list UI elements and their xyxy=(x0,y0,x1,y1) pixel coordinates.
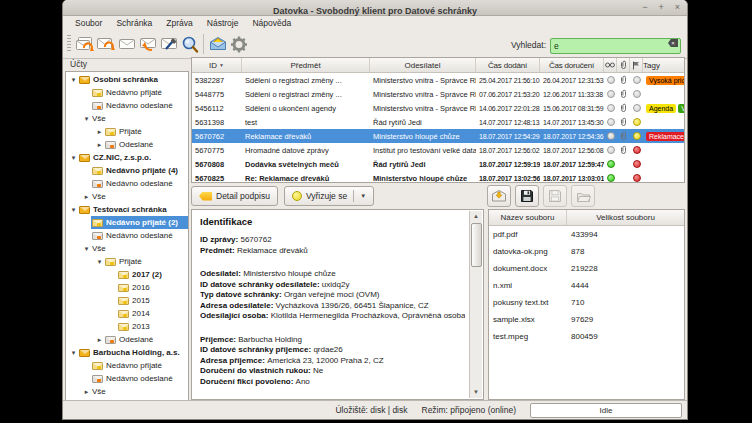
sidebar-item-row[interactable]: Nedávno přijaté (2) xyxy=(91,216,188,229)
sidebar-item[interactable]: ▸Vše xyxy=(66,190,188,203)
file-row[interactable]: pokusný text.txt710 xyxy=(489,294,684,311)
column-header-subject[interactable]: Předmět xyxy=(242,58,370,72)
sidebar-item[interactable]: ▸Odeslané xyxy=(66,333,188,346)
column-header-filesize[interactable]: Velikost souboru xyxy=(567,210,684,225)
file-row[interactable]: test.mpeg800459 xyxy=(489,328,684,345)
sidebar-item[interactable]: Nedávno přijaté xyxy=(66,86,188,99)
sidebar-item[interactable]: Nedávno přijaté (2) xyxy=(66,216,188,229)
table-row[interactable]: 5382287Sdělení o registraci změny ...Min… xyxy=(192,73,684,87)
scroll-down-icon[interactable]: ▼ xyxy=(470,387,482,398)
sidebar-item-row[interactable]: Nedávno odeslané xyxy=(91,99,188,112)
sidebar-item-row[interactable]: Vše xyxy=(91,190,188,203)
sidebar-item[interactable]: 2015 xyxy=(66,294,188,307)
sidebar-item[interactable]: ▾Přijaté xyxy=(66,255,188,268)
sidebar-item-row[interactable]: Nedávno odeslané xyxy=(91,229,188,242)
expand-icon[interactable]: ▸ xyxy=(82,193,91,201)
sidebar-item[interactable]: Nedávno odeslané xyxy=(66,99,188,112)
expand-icon[interactable]: ▸ xyxy=(95,336,104,344)
sidebar-item[interactable]: Nedávno odeslané xyxy=(66,229,188,242)
save-attachment-as-button[interactable] xyxy=(543,185,567,207)
sidebar-item[interactable]: Nedávno přijaté (4) xyxy=(66,164,188,177)
menu-zprava[interactable]: Zpráva xyxy=(159,16,199,30)
sidebar-item-row[interactable]: Odeslané xyxy=(104,138,188,151)
sidebar-item-row[interactable]: 2017 (2) xyxy=(117,268,188,281)
table-row[interactable]: 5670762Reklamace dřevákůMinisterstvo hlo… xyxy=(192,129,684,143)
status-dropdown[interactable]: Vyřizuje se ▼ xyxy=(284,186,374,206)
menu-napoveda[interactable]: Nápověda xyxy=(245,16,298,30)
file-row[interactable]: sample.xlsx97629 xyxy=(489,311,684,328)
search-input[interactable] xyxy=(550,38,681,54)
reply-button[interactable] xyxy=(137,32,158,56)
column-header-sender[interactable]: Odesílatel xyxy=(370,58,476,72)
sidebar-item-row[interactable]: Přijaté xyxy=(104,125,188,138)
sidebar-item[interactable]: Nedávno přijaté xyxy=(66,359,188,372)
file-row[interactable]: dokument.docx219228 xyxy=(489,260,684,277)
sidebar-item-row[interactable]: 2014 xyxy=(117,307,188,320)
sidebar-item[interactable]: Nedávno odeslané xyxy=(66,372,188,385)
collapse-icon[interactable]: ▾ xyxy=(69,349,78,357)
column-header-read[interactable] xyxy=(604,58,617,72)
column-header-attachment[interactable] xyxy=(617,58,630,72)
close-button[interactable]: × xyxy=(675,0,680,15)
sidebar-item[interactable]: ▸Vše xyxy=(66,385,188,398)
table-row[interactable]: 5670808Dodávka světelných mečůŘád rytířů… xyxy=(192,157,684,171)
minimize-button[interactable]: − xyxy=(642,0,647,15)
sidebar-item[interactable]: ▸Odeslané xyxy=(66,138,188,151)
sidebar-item-row[interactable]: Vše xyxy=(91,385,188,398)
create-message-button[interactable] xyxy=(116,32,137,56)
sidebar-item[interactable]: ▸Přijaté xyxy=(66,125,188,138)
signature-detail-button[interactable]: Detail podpisu xyxy=(191,186,278,206)
scroll-up-icon[interactable]: ▲ xyxy=(470,211,482,222)
open-attachment-button[interactable] xyxy=(571,185,595,207)
sidebar-item[interactable]: ▾Barbucha Holding, a.s. xyxy=(66,346,188,359)
table-row[interactable]: 5456112Sdělení o ukončení agendyMinister… xyxy=(192,101,684,115)
file-row[interactable]: datovka-ok.png878 xyxy=(489,243,684,260)
collapse-icon[interactable]: ▾ xyxy=(69,154,78,162)
sidebar-item-row[interactable]: Odeslané xyxy=(104,333,188,346)
sidebar-item[interactable]: ▾Osobní schránka xyxy=(66,73,188,86)
sidebar-item[interactable]: 2014 xyxy=(66,307,188,320)
sidebar-item-row[interactable]: Vše xyxy=(91,112,188,125)
sidebar-item-row[interactable]: Barbucha Holding, a.s. xyxy=(78,346,188,359)
maximize-button[interactable]: + xyxy=(658,0,663,15)
column-header-delivered[interactable]: Čas dodání xyxy=(476,58,540,72)
sync-all-accounts-button[interactable] xyxy=(74,32,95,56)
sidebar-item[interactable]: 2016 xyxy=(66,281,188,294)
search-messages-button[interactable] xyxy=(179,32,200,56)
sidebar-item[interactable]: 2017 (2) xyxy=(66,268,188,281)
table-row[interactable]: 5670775Hromadné datové zprávyInstitut pr… xyxy=(192,143,684,157)
sidebar-item-row[interactable]: Osobní schránka xyxy=(78,73,188,86)
sidebar-item-row[interactable]: 2016 xyxy=(117,281,188,294)
sync-account-button[interactable] xyxy=(95,32,116,56)
toolbar-grip[interactable] xyxy=(67,35,71,53)
sidebar-item-row[interactable]: Nedávno odeslané xyxy=(91,372,188,385)
sidebar-item-row[interactable]: Nedávno přijaté xyxy=(91,86,188,99)
file-row[interactable]: n.xml4444 xyxy=(489,277,684,294)
collapse-icon[interactable]: ▾ xyxy=(95,258,104,266)
sidebar-item-row[interactable]: CZ.NIC, z.s.p.o. xyxy=(78,151,188,164)
title-bar[interactable]: Datovka - Svobodný klient pro Datové sch… xyxy=(63,0,687,16)
expand-icon[interactable]: ▸ xyxy=(95,141,104,149)
table-row[interactable]: 5448775Sdělení o registraci změny ...Min… xyxy=(192,87,684,101)
sidebar-item-row[interactable]: 2015 xyxy=(117,294,188,307)
column-header-state[interactable] xyxy=(630,58,643,72)
detail-scrollbar[interactable]: ▲ ▼ xyxy=(469,211,482,398)
sidebar-item-row[interactable]: Nedávno přijaté xyxy=(91,359,188,372)
expand-icon[interactable]: ▸ xyxy=(95,128,104,136)
menu-nastroje[interactable]: Nástroje xyxy=(200,16,246,30)
menu-schranka[interactable]: Schránka xyxy=(109,16,159,30)
sidebar-item-row[interactable]: Nedávno přijaté (4) xyxy=(91,164,188,177)
sidebar-item-row[interactable]: Přijaté xyxy=(104,255,188,268)
sidebar-item[interactable]: 2013 xyxy=(66,320,188,333)
menu-soubor[interactable]: Soubor xyxy=(68,16,109,30)
sidebar-item-row[interactable]: Nedávno odeslané xyxy=(91,177,188,190)
sidebar-item[interactable]: Nedávno odeslané xyxy=(66,177,188,190)
collapse-icon[interactable]: ▾ xyxy=(69,206,78,214)
sidebar-item[interactable]: ▾Vše xyxy=(66,112,188,125)
sidebar-item[interactable]: ▾Vše xyxy=(66,242,188,255)
sidebar-item-row[interactable]: Testovací schránka xyxy=(78,203,188,216)
save-attachment-button[interactable] xyxy=(515,185,539,207)
column-header-tags[interactable]: Tagy xyxy=(643,58,660,72)
column-header-accepted[interactable]: Čas doručení xyxy=(540,58,604,72)
file-row[interactable]: pdf.pdf433994 xyxy=(489,226,684,243)
